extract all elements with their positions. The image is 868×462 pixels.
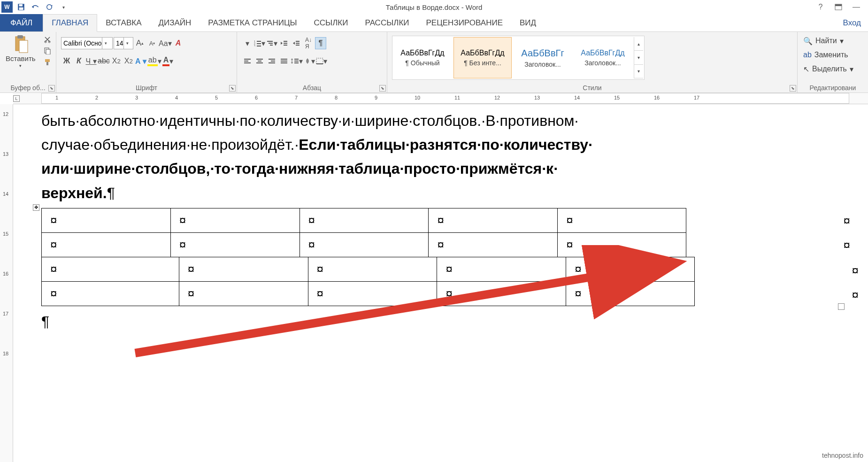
style-no-spacing[interactable]: АаБбВвГгДд ¶ Без инте...: [453, 37, 512, 78]
table-resize-handle-icon[interactable]: [838, 303, 845, 310]
svg-rect-12: [46, 49, 50, 54]
numbering-icon[interactable]: 123▾: [254, 37, 265, 49]
qat-customize-icon[interactable]: ▾: [57, 1, 69, 13]
style-normal[interactable]: АаБбВвГгДд ¶ Обычный: [393, 37, 452, 78]
tab-review[interactable]: РЕЦЕНЗИРОВАНИЕ: [418, 14, 512, 31]
svg-rect-2: [19, 8, 23, 10]
ruler-horizontal[interactable]: L 1 2 3 4 5 6 7 8 9 10 11 12 13 14 15 16…: [13, 93, 868, 104]
svg-text:3: 3: [254, 45, 255, 46]
svg-rect-5: [835, 4, 842, 6]
watermark: tehnopost.info: [822, 452, 863, 459]
svg-rect-28: [296, 43, 300, 44]
ruler-vertical[interactable]: 12 13 14 15 16 17 18: [0, 104, 13, 462]
multilevel-icon[interactable]: ▾: [266, 37, 277, 49]
word-app-icon[interactable]: W: [1, 1, 13, 13]
borders-icon[interactable]: ▾: [316, 55, 327, 67]
grow-font-icon[interactable]: A▴: [134, 37, 146, 49]
tab-view[interactable]: ВИД: [511, 14, 545, 31]
paste-button[interactable]: Вставить ▾: [3, 34, 38, 69]
increase-indent-icon[interactable]: [291, 37, 302, 49]
align-left-icon[interactable]: [242, 55, 253, 67]
bold-icon[interactable]: Ж: [61, 55, 72, 67]
style-heading2[interactable]: АаБбВвГгДд Заголовок...: [574, 37, 632, 78]
font-color-icon[interactable]: A▾: [162, 55, 174, 67]
ribbon-tabs: ФАЙЛ ГЛАВНАЯ ВСТАВКА ДИЗАЙН РАЗМЕТКА СТР…: [0, 14, 868, 32]
copy-icon[interactable]: [41, 45, 54, 56]
align-center-icon[interactable]: [254, 55, 265, 67]
group-font-label: Шрифт: [59, 83, 234, 92]
undo-icon[interactable]: [29, 1, 41, 13]
titlebar-right: ? —: [814, 1, 868, 13]
ribbon: Вставить ▾ Буфер об... ⬊ Calibri (Осно▾ …: [0, 32, 868, 93]
font-dialog-launcher[interactable]: ⬊: [229, 85, 236, 92]
gallery-down-icon[interactable]: ▾: [634, 51, 643, 64]
cut-icon[interactable]: [41, 34, 54, 45]
shrink-font-icon[interactable]: A▾: [146, 37, 158, 49]
clear-format-icon[interactable]: A: [173, 37, 184, 49]
table-move-handle-icon[interactable]: ✥: [33, 204, 39, 211]
line-spacing-icon[interactable]: ▾: [291, 55, 303, 67]
strikethrough-icon[interactable]: abc: [98, 55, 110, 67]
font-size-input[interactable]: 14▾: [114, 37, 133, 49]
bullets-icon[interactable]: ▾: [242, 37, 253, 49]
clipboard-dialog-launcher[interactable]: ⬊: [48, 85, 55, 92]
group-paragraph-label: Абзац: [240, 83, 384, 92]
ribbon-display-icon[interactable]: [832, 1, 845, 13]
group-styles: АаБбВвГгДд ¶ Обычный АаБбВвГгДд ¶ Без ин…: [387, 32, 798, 92]
decrease-indent-icon[interactable]: [278, 37, 290, 49]
paragraph-dialog-launcher[interactable]: ⬊: [379, 85, 386, 92]
svg-rect-21: [267, 41, 273, 42]
svg-rect-39: [281, 59, 287, 60]
paragraph-end[interactable]: ¶: [41, 310, 840, 334]
svg-rect-30: [244, 59, 251, 60]
align-right-icon[interactable]: [266, 55, 277, 67]
help-icon[interactable]: ?: [814, 1, 827, 13]
svg-rect-45: [316, 58, 323, 64]
font-name-input[interactable]: Calibri (Осно▾: [61, 37, 113, 49]
tab-home[interactable]: ГЛАВНАЯ: [43, 14, 97, 32]
change-case-icon[interactable]: Aa▾: [159, 37, 172, 49]
tab-insert[interactable]: ВСТАВКА: [97, 14, 150, 31]
table-1[interactable]: ¤ ¤ ¤ ¤ ¤ ¤ ¤ ¤ ¤ ¤: [41, 208, 686, 257]
redo-icon[interactable]: [43, 1, 55, 13]
table-row: ¤ ¤ ¤ ¤ ¤: [42, 232, 686, 257]
svg-rect-20: [257, 46, 261, 46]
table-row: ¤ ¤ ¤ ¤ ¤: [42, 208, 686, 232]
svg-rect-37: [271, 61, 275, 62]
format-painter-icon[interactable]: [41, 56, 54, 68]
tab-mailings[interactable]: РАССЫЛКИ: [356, 14, 417, 31]
paragraph-text[interactable]: быть·абсолютно·идентичны·по·количеству·и…: [41, 109, 840, 205]
text-effects-icon[interactable]: A ▾: [135, 55, 146, 67]
gallery-more-icon[interactable]: ▾: [634, 65, 643, 78]
tab-page-layout[interactable]: РАЗМЕТКА СТРАНИЦЫ: [200, 14, 305, 31]
italic-icon[interactable]: К: [73, 55, 84, 67]
minimize-icon[interactable]: —: [850, 1, 862, 13]
group-styles-label: Стили: [390, 83, 794, 92]
gallery-up-icon[interactable]: ▴: [634, 37, 643, 51]
highlight-icon[interactable]: ab▾: [147, 55, 161, 67]
shading-icon[interactable]: ▾: [304, 55, 315, 67]
underline-icon[interactable]: Ч ▾: [85, 55, 97, 67]
styles-dialog-launcher[interactable]: ⬊: [790, 85, 796, 92]
superscript-icon[interactable]: X2: [123, 55, 134, 67]
tab-file[interactable]: ФАЙЛ: [0, 14, 43, 31]
select-button[interactable]: ↖Выделить ▾: [803, 63, 853, 75]
tab-selector-icon[interactable]: L: [13, 95, 20, 102]
login-link[interactable]: Вход: [843, 14, 868, 31]
justify-icon[interactable]: [278, 55, 290, 67]
sort-icon[interactable]: A↓Я: [303, 37, 314, 49]
show-marks-icon[interactable]: ¶: [315, 37, 326, 49]
save-icon[interactable]: [15, 1, 27, 13]
table-2[interactable]: ¤ ¤ ¤ ¤ ¤ ¤ ¤ ¤ ¤ ¤: [41, 257, 695, 306]
subscript-icon[interactable]: X2: [111, 55, 122, 67]
svg-rect-18: [257, 43, 261, 44]
document-area[interactable]: быть·абсолютно·идентичны·по·количеству·и…: [13, 104, 868, 462]
svg-rect-25: [284, 43, 287, 44]
svg-rect-42: [294, 59, 299, 60]
tab-references[interactable]: ССЫЛКИ: [306, 14, 357, 31]
tab-design[interactable]: ДИЗАЙН: [150, 14, 200, 31]
replace-button[interactable]: abЗаменить: [803, 49, 853, 61]
svg-rect-13: [45, 59, 50, 62]
find-button[interactable]: 🔍Найти ▾: [803, 35, 853, 47]
style-heading1[interactable]: АаБбВвГг Заголовок...: [514, 37, 572, 78]
